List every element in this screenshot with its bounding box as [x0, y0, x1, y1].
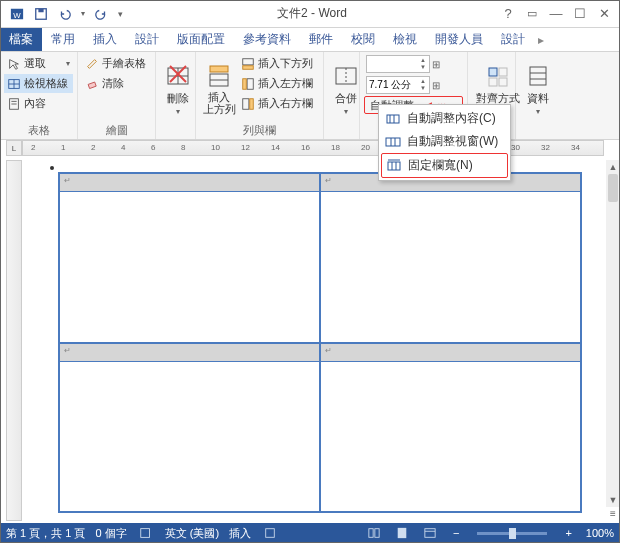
eraser-button[interactable]: 清除	[82, 74, 151, 93]
insert-above-label: 插入 上方列	[203, 91, 236, 115]
tab-insert[interactable]: 插入	[84, 28, 126, 51]
col-width-input[interactable]: ▲▼	[366, 76, 430, 94]
view-gridlines-button[interactable]: 檢視格線	[4, 74, 73, 93]
tab-design[interactable]: 設計	[126, 28, 168, 51]
tab-file[interactable]: 檔案	[0, 28, 42, 51]
qat-customize[interactable]: ▾	[114, 3, 126, 25]
minimize-button[interactable]: —	[546, 4, 566, 24]
horizontal-ruler[interactable]: 21246810121416182022242628303234	[22, 140, 604, 156]
table-cell[interactable]: ↵	[59, 173, 320, 343]
close-button[interactable]: ✕	[594, 4, 614, 24]
tab-references[interactable]: 參考資料	[234, 28, 300, 51]
tab-view[interactable]: 檢視	[384, 28, 426, 51]
insert-left-button[interactable]: 插入左方欄	[238, 74, 319, 93]
maximize-button[interactable]: ☐	[570, 4, 590, 24]
svg-rect-18	[210, 66, 228, 72]
svg-rect-32	[489, 68, 497, 76]
tab-home[interactable]: 常用	[42, 28, 84, 51]
data-button[interactable]: 資料 ▾	[520, 54, 556, 123]
status-word-count[interactable]: 0 個字	[95, 526, 126, 541]
svg-rect-23	[243, 98, 249, 109]
tab-more[interactable]: ▸	[534, 28, 548, 51]
tab-layout[interactable]: 版面配置	[168, 28, 234, 51]
help-button[interactable]: ?	[498, 4, 518, 24]
group-merge-label	[328, 123, 355, 138]
group-data: 資料 ▾	[516, 52, 556, 139]
status-insert-mode[interactable]: 插入	[229, 526, 251, 541]
zoom-level[interactable]: 100%	[586, 527, 614, 539]
properties-button[interactable]: 內容	[4, 94, 73, 113]
table-row: ↵ ↵	[59, 173, 581, 343]
table[interactable]: ↵ ↵ ↵ ↵	[58, 172, 582, 513]
insert-above-button[interactable]: 插入 上方列	[200, 54, 238, 123]
svg-rect-50	[266, 529, 275, 538]
fixed-width-icon	[386, 158, 402, 174]
table-cell[interactable]: ↵	[59, 343, 320, 513]
save-button[interactable]	[30, 3, 52, 25]
gridlines-label: 檢視格線	[24, 76, 68, 91]
window-controls: ? ▭ — ☐ ✕	[498, 4, 620, 24]
tab-table-design[interactable]: 設計	[492, 28, 534, 51]
table-cell[interactable]: ↵	[320, 173, 581, 343]
prev-page-button[interactable]: ≡	[606, 507, 620, 521]
menu-autofit-contents[interactable]: 自動調整內容(C)	[381, 107, 508, 130]
ribbon-options-button[interactable]: ▭	[522, 4, 542, 24]
group-delete: 刪除 ▾	[156, 52, 196, 139]
group-rows-cols: 插入 上方列 插入下方列 插入左方欄 插入右方欄 列與欄	[196, 52, 324, 139]
status-macro-icon[interactable]	[261, 525, 279, 541]
draw-table-label: 手繪表格	[102, 56, 146, 71]
view-web-button[interactable]	[421, 525, 439, 541]
redo-button[interactable]	[90, 3, 112, 25]
insert-right-button[interactable]: 插入右方欄	[238, 94, 319, 113]
row-height-input[interactable]: ▲▼	[366, 55, 430, 73]
status-language[interactable]: 英文 (美國)	[165, 526, 219, 541]
svg-rect-19	[243, 58, 254, 64]
svg-rect-10	[88, 82, 96, 89]
scroll-up[interactable]: ▲	[606, 160, 620, 174]
svg-rect-45	[388, 162, 400, 170]
svg-rect-49	[140, 529, 149, 538]
menu-autofit-window[interactable]: 自動調整視窗(W)	[381, 130, 508, 153]
tab-developer[interactable]: 開發人員	[426, 28, 492, 51]
undo-dropdown[interactable]: ▾	[78, 3, 88, 25]
zoom-slider[interactable]	[477, 532, 547, 535]
svg-rect-51	[369, 529, 373, 538]
tab-review[interactable]: 校閱	[342, 28, 384, 51]
view-print-button[interactable]	[393, 525, 411, 541]
tab-mailings[interactable]: 郵件	[300, 28, 342, 51]
group-draw-label: 繪圖	[82, 123, 151, 138]
vertical-ruler[interactable]	[6, 160, 22, 521]
view-read-button[interactable]	[365, 525, 383, 541]
scroll-down[interactable]: ▼	[606, 493, 620, 507]
svg-rect-3	[38, 8, 43, 12]
insert-below-label: 插入下方列	[258, 56, 313, 71]
menu-fixed-width[interactable]: 固定欄寬(N)	[381, 153, 508, 178]
table-cell[interactable]: ↵	[320, 343, 581, 513]
vertical-scrollbar[interactable]: ▲ ▼	[606, 160, 620, 507]
zoom-in-button[interactable]: +	[561, 527, 575, 539]
menu-autofit-window-label: 自動調整視窗(W)	[407, 133, 498, 150]
undo-button[interactable]	[54, 3, 76, 25]
merge-button[interactable]: 合併 ▾	[328, 54, 364, 123]
select-button[interactable]: 選取▾	[4, 54, 73, 73]
status-spellcheck-icon[interactable]	[137, 525, 155, 541]
alignment-label: 對齊方式	[476, 92, 520, 104]
insert-below-button[interactable]: 插入下方列	[238, 54, 319, 73]
svg-rect-33	[499, 68, 507, 76]
ruler-corner[interactable]: L	[6, 140, 22, 156]
draw-table-button[interactable]: 手繪表格	[82, 54, 151, 73]
data-label: 資料	[527, 91, 549, 106]
autofit-menu: 自動調整內容(C) 自動調整視窗(W) 固定欄寬(N)	[378, 104, 511, 181]
svg-rect-36	[530, 67, 546, 85]
properties-label: 內容	[24, 96, 46, 111]
group-draw: 手繪表格 清除 繪圖	[78, 52, 156, 139]
delete-button[interactable]: 刪除 ▾	[160, 54, 196, 123]
zoom-out-button[interactable]: −	[449, 527, 463, 539]
status-bar: 第 1 頁，共 1 頁 0 個字 英文 (美國) 插入 − + 100%	[0, 523, 620, 543]
svg-rect-24	[250, 98, 254, 109]
scroll-thumb[interactable]	[608, 174, 618, 202]
document-area[interactable]: ↵ ↵ ↵ ↵	[26, 160, 616, 521]
eraser-label: 清除	[102, 76, 124, 91]
status-page[interactable]: 第 1 頁，共 1 頁	[6, 526, 85, 541]
word-app-icon[interactable]: W	[6, 3, 28, 25]
